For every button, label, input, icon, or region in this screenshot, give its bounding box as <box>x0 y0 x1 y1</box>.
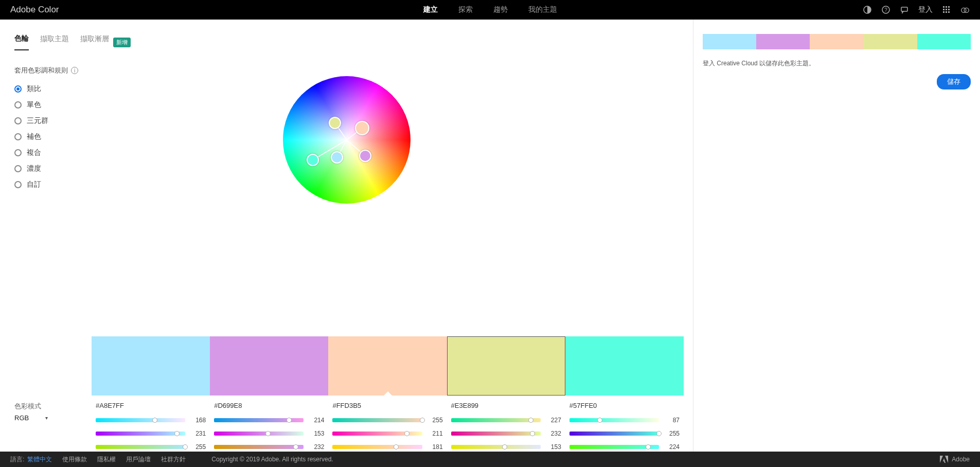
slider-thumb[interactable] <box>394 444 399 450</box>
slider-track[interactable] <box>96 445 185 449</box>
hex-value[interactable]: #D699E8 <box>214 402 324 409</box>
slider-track[interactable] <box>451 445 541 449</box>
slider-value[interactable]: 255 <box>190 443 206 451</box>
slider-value[interactable]: 211 <box>427 430 443 437</box>
footer-link-社群方針[interactable]: 社群方針 <box>161 455 186 464</box>
login-link[interactable]: 登入 <box>918 5 933 14</box>
wheel-handle-4[interactable] <box>307 154 319 166</box>
slider-track[interactable] <box>96 432 185 436</box>
slider-track[interactable] <box>569 432 659 436</box>
hex-value[interactable]: #E3E899 <box>451 402 561 409</box>
slider-thumb[interactable] <box>502 444 507 450</box>
mini-swatch-2[interactable] <box>810 34 863 49</box>
slider-track[interactable] <box>332 432 422 436</box>
slider-track[interactable] <box>214 418 304 422</box>
slider-value[interactable]: 231 <box>190 430 206 437</box>
slider-value[interactable]: 224 <box>664 443 680 451</box>
slider-value[interactable]: 227 <box>546 417 561 424</box>
tab-2[interactable]: 擷取漸層 <box>80 34 109 50</box>
wheel-handle-3[interactable] <box>359 150 371 162</box>
slider-value[interactable]: 255 <box>664 430 680 437</box>
slider-b[interactable]: 232 <box>214 443 324 451</box>
cc-icon[interactable] <box>960 5 970 14</box>
mini-swatch-3[interactable] <box>864 34 917 49</box>
slider-thumb[interactable] <box>183 444 188 450</box>
slider-value[interactable]: 153 <box>546 443 561 451</box>
tab-1[interactable]: 擷取主題 <box>40 34 69 50</box>
color-mode-select[interactable]: RGB ▾ <box>14 414 92 422</box>
slider-value[interactable]: 232 <box>546 430 561 437</box>
hex-value[interactable]: #A8E7FF <box>96 402 206 409</box>
swatch-4[interactable] <box>565 336 684 396</box>
hex-value[interactable]: #FFD3B5 <box>332 402 442 409</box>
swatch-3[interactable] <box>447 336 565 396</box>
slider-track[interactable] <box>96 418 185 422</box>
nav-我的主題[interactable]: 我的主題 <box>528 5 557 14</box>
slider-track[interactable] <box>451 432 541 436</box>
slider-thumb[interactable] <box>152 418 157 423</box>
mini-swatch-0[interactable] <box>703 34 756 49</box>
slider-r[interactable]: 255 <box>332 417 442 424</box>
slider-track[interactable] <box>214 445 304 449</box>
nav-建立[interactable]: 建立 <box>423 5 438 14</box>
slider-thumb[interactable] <box>530 431 535 436</box>
slider-thumb[interactable] <box>597 418 602 423</box>
mini-swatch-4[interactable] <box>917 34 971 49</box>
footer-link-使用條款[interactable]: 使用條款 <box>62 455 87 464</box>
slider-r[interactable]: 227 <box>451 417 561 424</box>
slider-b[interactable]: 224 <box>569 443 680 451</box>
slider-r[interactable]: 214 <box>214 417 324 424</box>
apps-icon[interactable] <box>942 5 951 14</box>
mini-swatch-1[interactable] <box>756 34 810 49</box>
slider-track[interactable] <box>569 418 659 422</box>
lang-select[interactable]: 繁體中文 <box>27 455 52 464</box>
theme-icon[interactable] <box>863 5 872 14</box>
slider-track[interactable] <box>451 418 541 422</box>
slider-track[interactable] <box>332 418 422 422</box>
slider-track[interactable] <box>214 432 304 436</box>
swatch-0[interactable] <box>92 336 210 396</box>
swatch-1[interactable] <box>210 336 328 396</box>
slider-value[interactable]: 153 <box>309 430 324 437</box>
slider-thumb[interactable] <box>174 431 180 436</box>
slider-b[interactable]: 255 <box>96 443 206 451</box>
slider-thumb[interactable] <box>287 418 292 423</box>
tab-0[interactable]: 色輪 <box>14 34 29 50</box>
slider-g[interactable]: 153 <box>214 430 324 437</box>
slider-thumb[interactable] <box>656 431 662 436</box>
slider-thumb[interactable] <box>293 444 298 450</box>
slider-b[interactable]: 181 <box>332 443 442 451</box>
slider-b[interactable]: 153 <box>451 443 561 451</box>
footer-link-隱私權[interactable]: 隱私權 <box>97 455 116 464</box>
slider-value[interactable]: 232 <box>309 443 324 451</box>
swatch-2[interactable] <box>328 336 447 396</box>
hex-value[interactable]: #57FFE0 <box>569 402 680 409</box>
nav-趨勢[interactable]: 趨勢 <box>493 5 508 14</box>
slider-value[interactable]: 255 <box>427 417 443 424</box>
save-button[interactable]: 儲存 <box>937 74 971 89</box>
slider-value[interactable]: 168 <box>190 417 206 424</box>
nav-探索[interactable]: 探索 <box>458 5 473 14</box>
wheel-handle-1[interactable] <box>355 121 369 135</box>
slider-g[interactable]: 231 <box>96 430 206 437</box>
slider-value[interactable]: 87 <box>664 417 680 424</box>
slider-g[interactable]: 211 <box>332 430 442 437</box>
slider-r[interactable]: 168 <box>96 417 206 424</box>
slider-track[interactable] <box>332 445 422 449</box>
chat-icon[interactable] <box>900 5 909 14</box>
slider-thumb[interactable] <box>420 418 425 423</box>
slider-g[interactable]: 232 <box>451 430 561 437</box>
slider-r[interactable]: 87 <box>569 417 680 424</box>
footer-link-用戶論壇[interactable]: 用戶論壇 <box>126 455 151 464</box>
info-icon[interactable]: i <box>71 67 78 74</box>
slider-thumb[interactable] <box>646 444 651 450</box>
slider-thumb[interactable] <box>404 431 409 436</box>
slider-track[interactable] <box>569 445 659 449</box>
slider-value[interactable]: 181 <box>427 443 443 451</box>
color-wheel[interactable] <box>283 76 411 204</box>
slider-g[interactable]: 255 <box>569 430 680 437</box>
slider-thumb[interactable] <box>265 431 271 436</box>
slider-value[interactable]: 214 <box>309 417 324 424</box>
help-icon[interactable]: ? <box>881 5 890 14</box>
wheel-handle-2[interactable] <box>331 151 343 164</box>
